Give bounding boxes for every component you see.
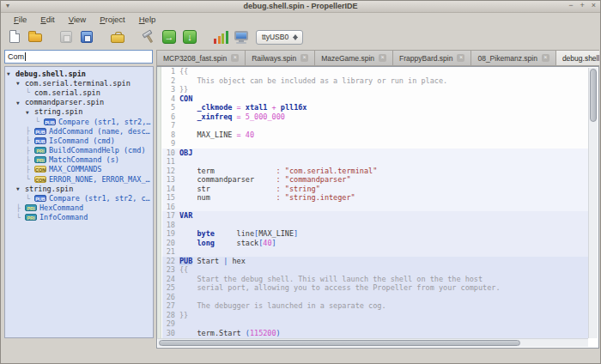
- code-line[interactable]: 24 Start the debug shell. This will laun…: [162, 275, 588, 284]
- code-line[interactable]: 8 MAX_LINE = 40: [162, 130, 588, 140]
- code-line[interactable]: 9: [162, 139, 588, 149]
- tree-item-method[interactable]: └CONERROR_NONE, ERROR_MAX_…: [5, 174, 153, 184]
- tree-item-method[interactable]: ├CONMAX_COMMANDS: [5, 165, 153, 174]
- tab-label: MCP3208_fast.spin: [163, 54, 227, 63]
- open-file-button[interactable]: [26, 27, 45, 46]
- code-line[interactable]: 18: [162, 221, 588, 230]
- tree-item-method[interactable]: ├PUBIsCommand (cmd): [5, 136, 153, 145]
- tree-item-method[interactable]: └PUBCompare (str1, str2,…: [5, 117, 153, 126]
- vertical-scrollbar[interactable]: [588, 68, 598, 338]
- tab-close-icon[interactable]: ×: [379, 54, 386, 62]
- code-line[interactable]: 20 long stack[40]: [162, 239, 588, 248]
- code-line[interactable]: 3}}: [162, 85, 588, 94]
- pri-badge-icon: PRI: [34, 147, 46, 154]
- tab-mazegame-spin[interactable]: MazeGame.spin×: [315, 50, 393, 66]
- run-button[interactable]: [160, 27, 179, 46]
- code-line[interactable]: 26: [162, 293, 588, 302]
- tab-close-icon[interactable]: ×: [542, 54, 549, 62]
- filter-input[interactable]: Com: [4, 50, 153, 64]
- expand-arrow-icon[interactable]: ▼: [16, 185, 25, 191]
- new-file-button[interactable]: [5, 27, 24, 46]
- code-line[interactable]: 1{{: [162, 67, 588, 76]
- tab-frappybard-spin[interactable]: FrappyBard.spin×: [393, 50, 471, 66]
- save-all-button[interactable]: [77, 27, 96, 46]
- code-text: _clkmode = xtal1 + pll16x: [179, 103, 307, 112]
- vertical-scrollbar-thumb[interactable]: [590, 69, 597, 122]
- toolbar: ttyUSB0: [1, 25, 600, 49]
- tree-item-method[interactable]: ├PRIMatchCommand (s): [5, 155, 153, 165]
- tree-item-file[interactable]: └com.serial.spin: [5, 88, 153, 97]
- code-line[interactable]: 6 _xinfreq = 5_000_000: [162, 112, 588, 122]
- code-line[interactable]: 28}}: [162, 311, 588, 320]
- code-line[interactable]: 13 commandparser : "commandparser": [162, 175, 588, 185]
- tab-debug-shell-spin[interactable]: debug.shell.spin×: [556, 50, 599, 66]
- tree-item-file[interactable]: ▼commandparser.spin: [5, 98, 153, 107]
- tab-close-icon[interactable]: ×: [231, 54, 239, 62]
- tab-08-pikemanz-spin[interactable]: 08_Pikemanz.spin×: [471, 50, 555, 66]
- menu-project[interactable]: Project: [94, 15, 131, 24]
- terminal-button[interactable]: [232, 27, 251, 46]
- code-area[interactable]: 1{{2 This object can be included as a li…: [162, 67, 588, 339]
- menu-help[interactable]: Help: [133, 15, 162, 24]
- expand-arrow-icon[interactable]: ▼: [7, 70, 15, 76]
- code-line[interactable]: 11: [162, 157, 588, 167]
- tree-connector: ├: [26, 166, 34, 173]
- burn-button[interactable]: [180, 27, 199, 46]
- menu-view[interactable]: View: [63, 15, 92, 24]
- code-editor[interactable]: 1{{2 This object can be included as a li…: [156, 66, 599, 349]
- code-line[interactable]: 27 The debugger is launched in a separat…: [162, 301, 588, 311]
- close-button[interactable]: ×: [592, 1, 596, 9]
- tab-mcp3208-fast-spin[interactable]: MCP3208_fast.spin×: [156, 50, 246, 66]
- code-line[interactable]: 12 term : "com.serial.terminal": [162, 167, 588, 176]
- build-button[interactable]: [139, 27, 158, 46]
- code-line[interactable]: 23{{: [162, 265, 588, 275]
- code-line[interactable]: 7: [162, 121, 588, 130]
- maximize-button[interactable]: +: [580, 1, 584, 9]
- code-line[interactable]: 2 This object can be included as a libra…: [162, 76, 588, 86]
- tab-railways-spin[interactable]: Railways.spin×: [246, 50, 315, 66]
- code-text: {{: [179, 67, 188, 76]
- menu-edit[interactable]: Edit: [34, 15, 60, 24]
- minimize-button[interactable]: −: [568, 1, 573, 9]
- zip-project-button[interactable]: [108, 27, 127, 46]
- expand-arrow-icon[interactable]: ▼: [16, 100, 25, 106]
- horizontal-scrollbar[interactable]: [158, 338, 588, 347]
- code-line[interactable]: 29: [162, 319, 588, 329]
- expand-arrow-icon[interactable]: ▼: [26, 109, 34, 115]
- tree-item-file[interactable]: ▼com.serial.terminal.spin: [5, 78, 153, 88]
- code-line[interactable]: 16: [162, 203, 588, 212]
- tree-connector: ├: [26, 127, 34, 135]
- tree-item-label: Compare (str1, str2,…: [58, 118, 150, 126]
- code-line[interactable]: 21: [162, 247, 588, 257]
- code-line[interactable]: 25 serial port, allowing you to access t…: [162, 283, 588, 293]
- tree-item-method[interactable]: ├PRIBuildCommandHelp (cmd): [5, 146, 153, 155]
- tree-item-method[interactable]: └PUBCompare (str1, str2, c…: [5, 193, 153, 203]
- tab-close-icon[interactable]: ×: [457, 54, 464, 62]
- tree-item-method[interactable]: ├PRIHexCommand: [5, 203, 153, 213]
- expand-arrow-icon[interactable]: ▼: [16, 80, 25, 86]
- tree-item-label: com.serial.terminal.spin: [25, 79, 131, 88]
- code-line[interactable]: 19 byte line[MAX_LINE]: [162, 229, 588, 239]
- code-line[interactable]: 4CON: [162, 94, 588, 104]
- port-select[interactable]: ttyUSB0: [256, 30, 303, 45]
- code-line[interactable]: 30 term.Start (115200): [162, 329, 588, 338]
- menu-file[interactable]: File: [8, 15, 33, 24]
- tree-item-method[interactable]: ├PUBAddCommand (name, desc…: [5, 126, 153, 136]
- code-text: term : "com.serial.terminal": [179, 167, 377, 176]
- tree-item-method[interactable]: └PRIInfoCommand: [5, 213, 153, 222]
- code-line[interactable]: 22PUB Start | hex: [162, 257, 588, 266]
- tree-item-label: string.spin: [34, 107, 82, 116]
- code-line[interactable]: 10OBJ: [162, 149, 588, 158]
- horizontal-scrollbar-thumb[interactable]: [159, 340, 520, 346]
- bar-chart-icon: [212, 28, 229, 46]
- graph-button[interactable]: [211, 27, 230, 46]
- icon-shape: [9, 30, 20, 43]
- tree-item-file[interactable]: ▼string.spin: [5, 107, 153, 117]
- code-line[interactable]: 17VAR: [162, 211, 588, 221]
- code-line[interactable]: 15 num : "string.integer": [162, 193, 588, 203]
- tree-item-file[interactable]: ▼debug.shell.spin: [5, 69, 153, 78]
- tree-item-file[interactable]: ▼string.spin: [5, 184, 153, 193]
- tab-close-icon[interactable]: ×: [300, 54, 308, 62]
- code-line[interactable]: 14 str : "string": [162, 185, 588, 194]
- code-line[interactable]: 5 _clkmode = xtal1 + pll16x: [162, 103, 588, 112]
